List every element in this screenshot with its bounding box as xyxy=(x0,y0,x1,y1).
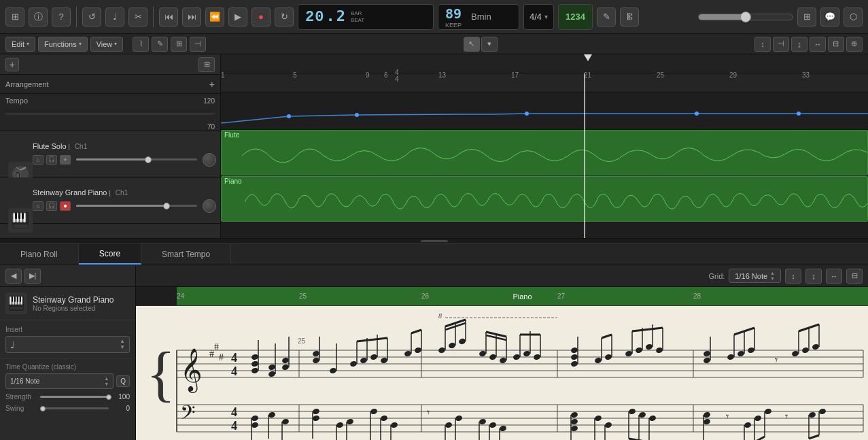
snap-icon[interactable]: ⊟ xyxy=(828,37,844,52)
fast-forward-button[interactable]: ⏭ xyxy=(182,7,201,27)
flute-headphone-button[interactable]: 🎧 xyxy=(46,155,57,165)
score-mode-button[interactable]: ▶| xyxy=(24,269,41,284)
add-track-button[interactable]: + xyxy=(5,58,19,71)
flex-tool[interactable]: ⌇ xyxy=(133,37,149,52)
functions-menu[interactable]: Functions ▾ xyxy=(38,37,88,52)
note-icon: ♩ xyxy=(10,339,15,350)
help-icon[interactable]: ? xyxy=(52,7,71,27)
tempo-display[interactable]: 89 KEEP Bmin xyxy=(438,4,519,30)
flute-region-block[interactable]: Flute xyxy=(221,130,868,175)
metronome-icon[interactable]: 𝄡 xyxy=(620,7,639,27)
skip-back-button[interactable]: ⏪ xyxy=(205,7,224,27)
group-tool[interactable]: ⊞ xyxy=(171,37,187,52)
flute-mute-button[interactable]: ● xyxy=(60,155,71,165)
tempo-min-value: 70 xyxy=(207,123,215,131)
info-icon[interactable]: ⓘ xyxy=(29,7,48,27)
zoom-vertical-icon[interactable]: ↨ xyxy=(791,37,808,52)
ruler-mark-29: 29 xyxy=(729,71,737,79)
piano-volume-slider[interactable] xyxy=(76,205,197,207)
swing-row: Swing 0 xyxy=(5,405,130,412)
tab-smart-tempo[interactable]: Smart Tempo xyxy=(141,243,231,265)
panel-divider xyxy=(0,238,868,243)
svg-text:{: { xyxy=(146,340,175,407)
score-instrument-name: Steinway Grand Piano xyxy=(33,295,114,305)
zoom-horizontal-icon[interactable]: ↔ xyxy=(810,37,826,52)
flute-volume-knob[interactable] xyxy=(145,156,152,163)
time-signature-display[interactable]: 4/4 ▾ xyxy=(523,4,554,30)
ruler-sub-4-2: 4 xyxy=(395,75,399,83)
insert-section: Insert ♩ ▲ ▼ xyxy=(0,320,135,358)
score-align-icon[interactable]: ↨ xyxy=(805,269,822,284)
piano-region-block[interactable]: Piano xyxy=(221,176,868,222)
automation-icon[interactable]: ⊕ xyxy=(846,37,863,52)
quantize-dropdown[interactable]: 1/16 Note ▲ ▼ xyxy=(5,373,114,389)
piano-pan-knob[interactable] xyxy=(203,199,216,213)
piano-track-info: Steinway Grand Piano | Ch1 ⌂ 🎧 ● xyxy=(33,188,216,213)
library-icon[interactable]: ⊞ xyxy=(5,7,24,27)
score-back-button[interactable]: ◀ xyxy=(5,269,22,284)
split-tool[interactable]: ⊣ xyxy=(190,37,206,52)
timeline-ruler[interactable]: 1 5 9 6 4 4 13 17 21 25 29 33 xyxy=(221,54,868,73)
piano-track-inner: Steinway Grand Piano | Ch1 ⌂ 🎧 ● xyxy=(0,177,220,223)
piano-instrument-icon[interactable] xyxy=(8,208,33,233)
edit-menu[interactable]: Edit ▾ xyxy=(5,37,35,52)
quantize-q-button[interactable]: Q xyxy=(116,375,130,387)
flute-region-label: Flute xyxy=(222,130,242,140)
strength-knob[interactable] xyxy=(106,394,111,400)
edit-toolbar: Edit ▾ Functions ▾ View ▾ ⌇ ✎ ⊞ ⊣ ↖ ▾ ↕ … xyxy=(0,34,868,54)
piano-headphone-button[interactable]: 🎧 xyxy=(46,201,57,211)
tuner-icon[interactable]: ♩ xyxy=(105,7,124,27)
position-display[interactable]: 20 . 2 BAR BEAT xyxy=(298,4,434,30)
score-fit-icon[interactable]: ↕ xyxy=(785,269,801,284)
insert-arrows: ▲ ▼ xyxy=(120,339,125,350)
loop-settings-icon[interactable]: ↺ xyxy=(82,7,101,27)
grid-dropdown[interactable]: 1/16 Note ▲ ▼ xyxy=(729,269,781,283)
score-zoom-icon[interactable]: ↔ xyxy=(826,269,842,284)
pencil-mode-icon[interactable]: ✎ xyxy=(597,7,616,27)
ruler-mark-33: 33 xyxy=(802,71,810,79)
track-header-icon[interactable]: ⊞ xyxy=(198,57,215,72)
pencil-tool[interactable]: ✎ xyxy=(152,37,168,52)
rewind-button[interactable]: ⏮ xyxy=(159,7,178,27)
chat-icon[interactable]: 💬 xyxy=(820,7,839,27)
resize-tracks-icon[interactable]: ⊣ xyxy=(773,37,789,52)
piano-record-button[interactable]: ● xyxy=(60,201,71,211)
cycle-button[interactable]: ↻ xyxy=(275,7,294,27)
piano-region-label: Piano xyxy=(222,176,245,186)
score-snap-icon[interactable]: ⊟ xyxy=(846,269,863,284)
flute-pan-knob[interactable] xyxy=(203,153,216,167)
play-button[interactable]: ▶ xyxy=(228,7,247,27)
tempo-curve-svg xyxy=(221,92,868,129)
svg-text:𝄞: 𝄞 xyxy=(180,348,203,393)
add-arrangement-button[interactable]: + xyxy=(209,79,215,90)
pointer-dropdown[interactable]: ▾ xyxy=(481,37,498,52)
score-toolbar-right: Grid: 1/16 Note ▲ ▼ ↕ ↨ ↔ ⊟ xyxy=(709,269,863,284)
flute-freeze-button[interactable]: ⌂ xyxy=(33,155,44,165)
strength-row: Strength 100 xyxy=(5,393,130,401)
tab-score[interactable]: Score xyxy=(79,243,141,265)
flute-volume-slider[interactable] xyxy=(76,158,197,160)
record-button[interactable]: ● xyxy=(251,7,271,27)
grid-down: ▼ xyxy=(770,276,775,281)
insert-dropdown[interactable]: ♩ ▲ ▼ xyxy=(5,336,130,353)
score-sidebar: ◀ ▶| Steinway Grand Piano No Regions sel… xyxy=(0,265,136,440)
strength-slider[interactable] xyxy=(40,396,109,398)
view-menu[interactable]: View ▾ xyxy=(90,37,124,52)
tempo-top: Tempo 120 xyxy=(5,97,215,105)
insert-up-arrow[interactable]: ▲ xyxy=(120,339,125,344)
scissors-icon[interactable]: ✂ xyxy=(128,7,147,27)
swing-slider[interactable] xyxy=(40,407,109,409)
cpu-knob xyxy=(740,12,751,22)
fit-tracks-icon[interactable]: ↕ xyxy=(754,37,771,52)
piano-volume-knob[interactable] xyxy=(163,203,170,209)
ruler-mark-25: 25 xyxy=(657,71,664,79)
mixer-icon[interactable]: ⊞ xyxy=(797,7,816,27)
resize-handle[interactable] xyxy=(421,240,448,242)
piano-freeze-button[interactable]: ⌂ xyxy=(33,201,44,211)
insert-down-arrow[interactable]: ▼ xyxy=(120,345,125,350)
swing-knob[interactable] xyxy=(40,406,46,411)
lcd-display[interactable]: 1234 xyxy=(558,4,593,30)
tab-piano-roll[interactable]: Piano Roll xyxy=(0,243,79,265)
pointer-tool[interactable]: ↖ xyxy=(464,37,480,52)
export-icon[interactable]: ⬡ xyxy=(844,7,863,27)
